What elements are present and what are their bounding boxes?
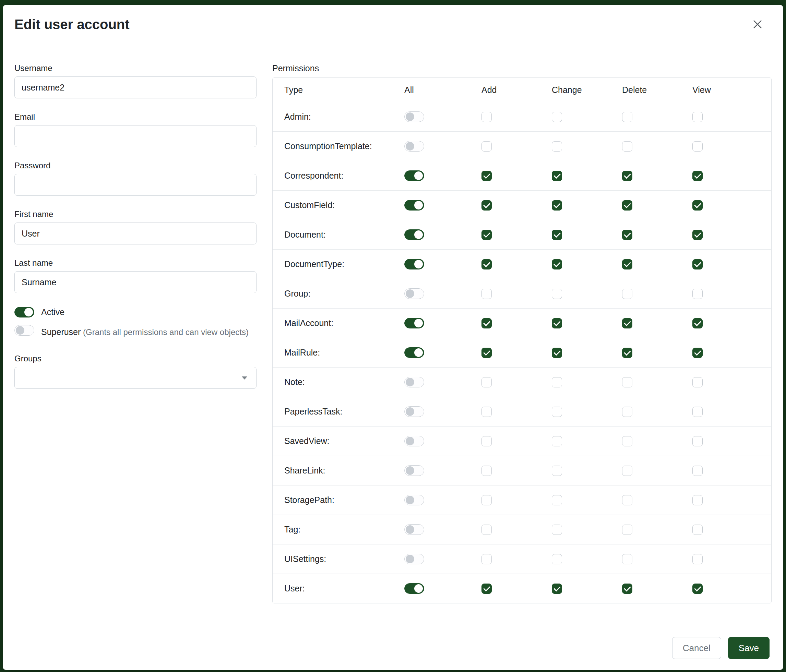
permission-all-toggle[interactable]	[404, 259, 424, 270]
permission-all-toggle[interactable]	[404, 406, 424, 417]
permission-all-toggle[interactable]	[404, 524, 424, 535]
permission-delete-checkbox[interactable]	[622, 466, 632, 476]
superuser-toggle[interactable]	[14, 325, 34, 336]
permission-all-toggle[interactable]	[404, 436, 424, 446]
permission-delete-checkbox[interactable]	[622, 200, 632, 210]
save-button[interactable]: Save	[728, 637, 770, 659]
permission-view-checkbox[interactable]	[692, 230, 703, 240]
permission-add-checkbox[interactable]	[481, 171, 492, 181]
permission-view-checkbox[interactable]	[692, 259, 703, 270]
permission-view-checkbox[interactable]	[692, 348, 703, 358]
permission-all-toggle[interactable]	[404, 554, 424, 564]
permission-view-checkbox[interactable]	[692, 377, 703, 388]
permission-change-checkbox[interactable]	[552, 466, 562, 476]
permission-add-checkbox[interactable]	[481, 584, 492, 594]
permission-change-checkbox[interactable]	[552, 112, 562, 122]
permission-delete-checkbox[interactable]	[622, 230, 632, 240]
permission-view-checkbox[interactable]	[692, 171, 703, 181]
permission-all-toggle[interactable]	[404, 141, 424, 152]
permission-delete-checkbox[interactable]	[622, 259, 632, 270]
permission-delete-checkbox[interactable]	[622, 289, 632, 299]
permission-add-checkbox[interactable]	[481, 377, 492, 388]
permission-view-checkbox[interactable]	[692, 200, 703, 210]
permission-view-checkbox[interactable]	[692, 554, 703, 564]
permission-delete-checkbox[interactable]	[622, 318, 632, 328]
permission-delete-checkbox[interactable]	[622, 524, 632, 535]
groups-select[interactable]	[14, 367, 256, 389]
permission-view-checkbox[interactable]	[692, 584, 703, 594]
active-toggle[interactable]	[14, 307, 34, 317]
permission-all-toggle[interactable]	[404, 495, 424, 506]
permission-add-checkbox[interactable]	[481, 436, 492, 446]
permission-change-checkbox[interactable]	[552, 141, 562, 152]
permission-delete-checkbox[interactable]	[622, 554, 632, 564]
permission-add-checkbox[interactable]	[481, 495, 492, 506]
permission-delete-checkbox[interactable]	[622, 112, 632, 122]
permission-change-checkbox[interactable]	[552, 200, 562, 210]
permission-add-checkbox[interactable]	[481, 289, 492, 299]
permission-view-checkbox[interactable]	[692, 466, 703, 476]
permission-view-checkbox[interactable]	[692, 112, 703, 122]
permission-change-checkbox[interactable]	[552, 436, 562, 446]
close-button[interactable]	[748, 15, 767, 34]
permission-change-checkbox[interactable]	[552, 348, 562, 358]
permission-all-toggle[interactable]	[404, 377, 424, 388]
first-name-input[interactable]	[14, 223, 256, 245]
permission-add-checkbox[interactable]	[481, 554, 492, 564]
permission-add-cell	[477, 318, 547, 328]
permission-change-checkbox[interactable]	[552, 584, 562, 594]
permission-type-label: User:	[273, 584, 399, 593]
permission-all-toggle[interactable]	[404, 229, 424, 240]
permission-delete-checkbox[interactable]	[622, 171, 632, 181]
permission-all-toggle[interactable]	[404, 170, 424, 181]
permission-add-checkbox[interactable]	[481, 348, 492, 358]
permission-add-checkbox[interactable]	[481, 259, 492, 270]
permission-change-checkbox[interactable]	[552, 407, 562, 417]
permission-view-checkbox[interactable]	[692, 495, 703, 506]
permission-view-checkbox[interactable]	[692, 141, 703, 152]
permission-add-checkbox[interactable]	[481, 466, 492, 476]
permission-delete-checkbox[interactable]	[622, 584, 632, 594]
permission-delete-checkbox[interactable]	[622, 436, 632, 446]
permission-view-checkbox[interactable]	[692, 289, 703, 299]
permission-add-checkbox[interactable]	[481, 112, 492, 122]
permission-add-checkbox[interactable]	[481, 524, 492, 535]
permission-delete-checkbox[interactable]	[622, 407, 632, 417]
permission-all-toggle[interactable]	[404, 465, 424, 476]
permission-change-checkbox[interactable]	[552, 524, 562, 535]
permission-add-checkbox[interactable]	[481, 230, 492, 240]
permission-delete-checkbox[interactable]	[622, 348, 632, 358]
permission-view-checkbox[interactable]	[692, 318, 703, 328]
permission-add-checkbox[interactable]	[481, 407, 492, 417]
permission-all-toggle[interactable]	[404, 111, 424, 122]
permission-change-checkbox[interactable]	[552, 230, 562, 240]
permission-add-checkbox[interactable]	[481, 141, 492, 152]
permission-change-checkbox[interactable]	[552, 377, 562, 388]
permission-view-checkbox[interactable]	[692, 407, 703, 417]
permission-change-checkbox[interactable]	[552, 495, 562, 506]
cancel-button[interactable]: Cancel	[672, 637, 721, 659]
email-input[interactable]	[14, 125, 256, 147]
permission-delete-checkbox[interactable]	[622, 495, 632, 506]
permission-add-checkbox[interactable]	[481, 200, 492, 210]
permission-add-checkbox[interactable]	[481, 318, 492, 328]
permission-change-checkbox[interactable]	[552, 171, 562, 181]
permission-all-toggle[interactable]	[404, 583, 424, 594]
permission-view-cell	[688, 230, 771, 240]
permission-delete-checkbox[interactable]	[622, 141, 632, 152]
permission-all-toggle[interactable]	[404, 200, 424, 210]
password-input[interactable]	[14, 174, 256, 196]
last-name-input[interactable]	[14, 271, 256, 293]
permission-change-checkbox[interactable]	[552, 289, 562, 299]
permission-change-cell	[547, 377, 617, 388]
permission-change-checkbox[interactable]	[552, 318, 562, 328]
permission-view-checkbox[interactable]	[692, 524, 703, 535]
permission-change-checkbox[interactable]	[552, 554, 562, 564]
permission-change-checkbox[interactable]	[552, 259, 562, 270]
permission-view-checkbox[interactable]	[692, 436, 703, 446]
permission-delete-checkbox[interactable]	[622, 377, 632, 388]
permission-all-toggle[interactable]	[404, 288, 424, 299]
permission-all-toggle[interactable]	[404, 318, 424, 328]
permission-all-toggle[interactable]	[404, 347, 424, 358]
username-input[interactable]	[14, 77, 256, 98]
